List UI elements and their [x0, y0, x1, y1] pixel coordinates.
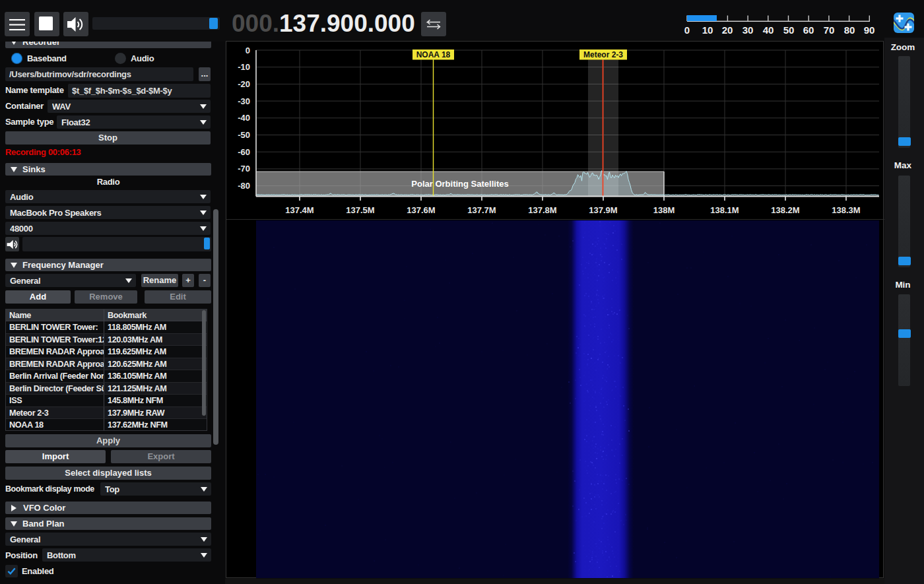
svg-text:Polar Orbiting Satellites: Polar Orbiting Satellites	[411, 179, 508, 189]
svg-text:137.6M: 137.6M	[407, 205, 435, 215]
svg-text:137.4M: 137.4M	[285, 205, 314, 215]
svg-text:Meteor 2-3: Meteor 2-3	[583, 50, 623, 59]
svg-text:137.7M: 137.7M	[467, 205, 496, 215]
svg-text:138.1M: 138.1M	[710, 205, 739, 215]
svg-text:0: 0	[246, 46, 250, 55]
svg-text:-60: -60	[238, 147, 250, 157]
svg-text:138.2M: 138.2M	[771, 205, 799, 215]
svg-text:137.9M: 137.9M	[589, 205, 617, 215]
svg-text:-80: -80	[238, 181, 250, 191]
svg-text:-30: -30	[238, 96, 250, 106]
svg-text:-20: -20	[238, 79, 250, 89]
svg-text:-40: -40	[238, 113, 250, 123]
svg-text:137.5M: 137.5M	[346, 205, 374, 215]
svg-text:-50: -50	[238, 130, 250, 140]
svg-text:137.8M: 137.8M	[528, 205, 556, 215]
svg-text:138.3M: 138.3M	[832, 205, 860, 215]
svg-text:-10: -10	[238, 62, 250, 72]
svg-text:138M: 138M	[653, 205, 675, 215]
svg-text:-70: -70	[238, 164, 250, 174]
svg-text:NOAA 18: NOAA 18	[416, 50, 451, 59]
